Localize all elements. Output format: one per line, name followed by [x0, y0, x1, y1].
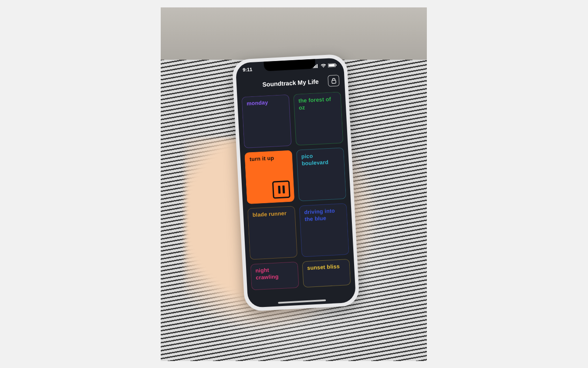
sound-tile[interactable]: night crawling [250, 262, 299, 290]
phone-screen: 9:11 Soundtrack My Life [235, 58, 356, 308]
tile-label: turn it up [250, 154, 288, 163]
home-indicator [278, 300, 326, 304]
sound-tile[interactable]: the forest of oz [293, 92, 343, 146]
tile-label: driving into the blue [304, 208, 343, 223]
tile-label: the forest of oz [298, 96, 337, 112]
status-time: 9:11 [243, 67, 253, 72]
phone-frame: 9:11 Soundtrack My Life [232, 54, 360, 311]
lock-button[interactable] [328, 75, 339, 86]
tile-label: blade runner [252, 210, 291, 219]
sound-tile[interactable]: pico boulevard [296, 147, 346, 201]
sound-tile[interactable]: monday [242, 95, 292, 149]
tile-label: monday [247, 99, 285, 107]
sound-tile[interactable]: sunset bliss [302, 259, 351, 288]
wifi-icon [321, 63, 326, 68]
svg-rect-3 [317, 64, 318, 68]
tile-label: pico boulevard [301, 152, 340, 167]
sound-tile[interactable]: blade runner [247, 206, 297, 260]
status-indicators [313, 63, 337, 68]
lock-icon [331, 78, 336, 84]
tile-label: night crawling [255, 266, 294, 282]
svg-rect-7 [331, 80, 335, 83]
svg-rect-5 [328, 64, 335, 67]
svg-rect-2 [315, 65, 316, 68]
sound-tile[interactable]: driving into the blue [299, 203, 349, 257]
svg-rect-6 [336, 64, 337, 66]
photo-background: 9:11 Soundtrack My Life [161, 7, 427, 361]
sound-grid: mondaythe forest of ozturn it uppico bou… [242, 92, 351, 301]
sound-tile[interactable]: turn it up [244, 150, 294, 204]
app-title: Soundtrack My Life [262, 78, 319, 88]
tile-label: sunset bliss [307, 263, 345, 272]
battery-icon [328, 63, 337, 67]
pause-icon[interactable] [272, 181, 291, 199]
